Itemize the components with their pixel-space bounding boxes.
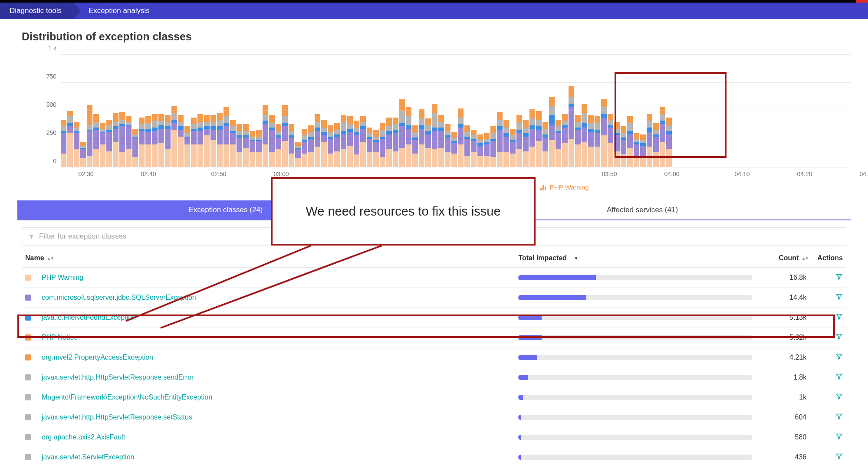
chart-bar[interactable] bbox=[106, 120, 112, 167]
chart-bar[interactable] bbox=[237, 124, 242, 167]
exception-class-link[interactable]: java.io.FileNotFoundException bbox=[42, 314, 136, 321]
chart-bar[interactable] bbox=[80, 142, 86, 167]
chart-bar[interactable] bbox=[184, 126, 190, 167]
chart-bar[interactable] bbox=[210, 115, 216, 167]
filter-action-icon[interactable] bbox=[835, 452, 843, 462]
breadcrumb-diagnostic-tools[interactable]: Diagnostic tools bbox=[0, 3, 74, 19]
filter-action-icon[interactable] bbox=[835, 413, 843, 422]
chart-bar[interactable] bbox=[653, 123, 659, 167]
chart-bar[interactable] bbox=[61, 120, 66, 167]
chart-bar[interactable] bbox=[334, 123, 340, 167]
chart-bar[interactable] bbox=[100, 123, 105, 167]
chart-bar[interactable] bbox=[178, 115, 184, 167]
chart-bar[interactable] bbox=[569, 86, 574, 167]
chart-bar[interactable] bbox=[601, 99, 607, 167]
chart-bar[interactable] bbox=[458, 108, 464, 167]
chart-bar[interactable] bbox=[393, 118, 398, 167]
chart-bar[interactable] bbox=[582, 104, 587, 167]
chart-bar[interactable] bbox=[276, 124, 281, 167]
chart-bar[interactable] bbox=[308, 125, 314, 167]
chart-bar[interactable] bbox=[341, 115, 346, 167]
chart-bar[interactable] bbox=[217, 113, 223, 167]
chart-bar[interactable] bbox=[451, 132, 457, 167]
chart-bar[interactable] bbox=[523, 120, 529, 167]
chart-bar[interactable] bbox=[647, 114, 652, 167]
chart-bar[interactable] bbox=[282, 105, 288, 167]
chart-bar[interactable] bbox=[360, 116, 366, 167]
chart-bar[interactable] bbox=[87, 105, 92, 167]
chart-bar[interactable] bbox=[503, 120, 509, 167]
chart-bar[interactable] bbox=[289, 124, 294, 167]
chart-bar[interactable] bbox=[373, 130, 379, 167]
chart-bar[interactable] bbox=[464, 125, 470, 167]
filter-action-icon[interactable] bbox=[835, 432, 843, 442]
chart-bar[interactable] bbox=[145, 116, 151, 167]
chart-bar[interactable] bbox=[250, 131, 255, 167]
chart-bar[interactable] bbox=[113, 113, 118, 167]
chart-bar[interactable] bbox=[152, 114, 158, 167]
filter-action-icon[interactable] bbox=[835, 353, 843, 362]
filter-action-icon[interactable] bbox=[835, 373, 843, 382]
chart-bar[interactable] bbox=[386, 118, 392, 167]
chart-bar[interactable] bbox=[588, 115, 594, 167]
chart-bar[interactable] bbox=[412, 125, 418, 167]
chart-bar[interactable] bbox=[529, 109, 535, 167]
chart-bar[interactable] bbox=[139, 118, 145, 167]
exception-class-link[interactable]: javax.servlet.ServletException bbox=[42, 453, 134, 461]
chart-bar[interactable] bbox=[399, 99, 405, 167]
chart-bar[interactable] bbox=[119, 112, 125, 167]
chart-bar[interactable] bbox=[542, 122, 548, 167]
exception-class-link[interactable]: org.mvel2.PropertyAccessException bbox=[42, 354, 153, 361]
exception-class-link[interactable]: org.apache.axis2.AxisFault bbox=[42, 433, 125, 441]
chart-bar[interactable] bbox=[158, 114, 164, 167]
chart-bar[interactable] bbox=[406, 107, 411, 167]
chart-bar[interactable] bbox=[666, 118, 672, 167]
chart-bar[interactable] bbox=[510, 129, 516, 167]
chart-bar[interactable] bbox=[256, 130, 262, 167]
chart-bar[interactable] bbox=[191, 118, 197, 167]
filter-action-icon[interactable] bbox=[835, 393, 843, 402]
chart-bar[interactable] bbox=[295, 142, 301, 167]
chart-bar[interactable] bbox=[380, 123, 385, 167]
col-name-header[interactable]: Name▲▼ bbox=[25, 254, 518, 262]
chart-bar[interactable] bbox=[347, 116, 353, 167]
chart-bar[interactable] bbox=[328, 125, 333, 167]
chart-bar[interactable] bbox=[490, 126, 496, 167]
chart-bar[interactable] bbox=[224, 107, 229, 167]
chart-bar[interactable] bbox=[126, 116, 132, 167]
chart-bar[interactable] bbox=[302, 129, 307, 167]
exception-class-link[interactable]: javax.servlet.http.HttpServletResponse.s… bbox=[42, 413, 192, 421]
chart-bar[interactable] bbox=[315, 114, 320, 167]
chart-bar[interactable] bbox=[204, 115, 210, 167]
exception-class-link[interactable]: PHP Warning bbox=[42, 274, 83, 282]
distribution-chart[interactable]: 1 k7505002500 02:3002:4002:5003:0003:500… bbox=[17, 46, 851, 179]
chart-bar[interactable] bbox=[634, 133, 639, 167]
chart-bar[interactable] bbox=[484, 133, 490, 167]
legend-item[interactable]: PHP Warning bbox=[540, 183, 589, 191]
chart-bar[interactable] bbox=[445, 124, 450, 167]
filter-action-icon[interactable] bbox=[835, 313, 843, 322]
chart-bar[interactable] bbox=[432, 104, 437, 167]
chart-bar[interactable] bbox=[497, 112, 503, 167]
chart-bar[interactable] bbox=[595, 116, 600, 167]
chart-bar[interactable] bbox=[575, 115, 581, 167]
exception-class-link[interactable]: Magento\Framework\Exception\NoSuchEntity… bbox=[42, 393, 212, 401]
chart-bar[interactable] bbox=[438, 115, 444, 167]
chart-bar[interactable] bbox=[627, 116, 633, 167]
col-count-header[interactable]: Count▲▼ bbox=[761, 254, 809, 262]
col-impact-header[interactable]: Total impacted ▼ bbox=[518, 254, 760, 262]
chart-bar[interactable] bbox=[243, 124, 249, 167]
chart-bar[interactable] bbox=[621, 126, 626, 167]
chart-bar[interactable] bbox=[562, 114, 568, 167]
chart-bar[interactable] bbox=[321, 120, 327, 167]
breadcrumb-exception-analysis[interactable]: Exception analysis bbox=[74, 3, 162, 19]
chart-bar[interactable] bbox=[471, 130, 477, 167]
filter-action-icon[interactable] bbox=[835, 333, 843, 342]
chart-bar[interactable] bbox=[354, 121, 359, 167]
chart-bar[interactable] bbox=[549, 97, 555, 167]
chart-bar[interactable] bbox=[419, 109, 424, 167]
chart-bar[interactable] bbox=[165, 115, 171, 167]
chart-bar[interactable] bbox=[425, 118, 431, 167]
filter-action-icon[interactable] bbox=[835, 273, 843, 282]
chart-bar[interactable] bbox=[367, 128, 372, 167]
